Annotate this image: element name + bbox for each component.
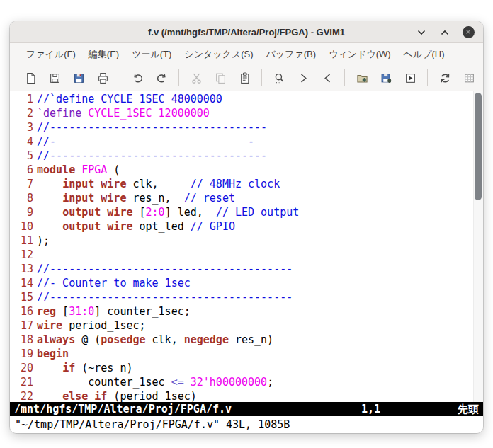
- line-number: 2: [10, 106, 33, 120]
- code-text: [33, 248, 37, 262]
- line-number: 7: [10, 177, 33, 191]
- redo-icon: [156, 72, 168, 84]
- line-number: 1: [10, 92, 33, 106]
- line-number: 4: [10, 134, 33, 149]
- line-number: 14: [10, 276, 33, 290]
- line-number: 13: [10, 262, 33, 276]
- scrollbar-thumb[interactable]: [475, 93, 482, 200]
- find-prev-icon: [322, 72, 334, 84]
- code-text: );: [33, 234, 50, 248]
- print-icon: [97, 72, 109, 84]
- code-text: counter_1sec <= 32'h00000000;: [33, 375, 273, 389]
- code-text: if (~res_n): [33, 361, 132, 375]
- maximize-button[interactable]: [438, 25, 451, 38]
- line-number: 8: [10, 191, 33, 205]
- run-ctags-button[interactable]: [458, 69, 480, 88]
- line-number: 9: [10, 205, 33, 219]
- undo-button[interactable]: [127, 69, 148, 88]
- make-icon: [439, 72, 451, 84]
- code-line: 8 input wire res_n, // reset: [10, 191, 473, 205]
- save-icon: [49, 72, 61, 84]
- tag-jump-button[interactable]: [482, 69, 483, 88]
- load-session-button[interactable]: [351, 69, 373, 88]
- code-text: //----------------------------------: [33, 120, 267, 134]
- line-number: 3: [10, 120, 33, 134]
- save-session-icon: [380, 72, 392, 84]
- code-line: 13//------------------------------------…: [10, 262, 473, 276]
- code-line: 22 else if (period_1sec): [10, 389, 473, 402]
- line-number: 10: [10, 219, 33, 234]
- cut-button: [186, 69, 207, 88]
- line-number: 18: [10, 333, 33, 347]
- line-number: 21: [10, 375, 33, 389]
- close-button[interactable]: [462, 25, 475, 38]
- line-number: 6: [10, 163, 33, 177]
- code-line: 12: [10, 248, 473, 262]
- toolbar-separator: [427, 69, 428, 86]
- save-session-button[interactable]: [375, 69, 397, 88]
- copy-icon: [215, 72, 227, 84]
- code-text: reg [31:0] counter_1sec;: [33, 304, 191, 318]
- code-line: 19begin: [10, 347, 473, 361]
- redo-button[interactable]: [151, 69, 172, 88]
- code-line: 17wire period_1sec;: [10, 318, 473, 333]
- code-line: 4//- -: [10, 134, 473, 149]
- close-icon: [463, 26, 475, 38]
- new-file-button[interactable]: [20, 69, 41, 88]
- run-script-button[interactable]: [400, 69, 421, 88]
- find-button[interactable]: [268, 69, 290, 88]
- code-text: module FPGA (: [33, 163, 120, 177]
- code-line: 11);: [10, 234, 473, 248]
- code-line: 14//- Counter to make 1sec: [10, 276, 473, 290]
- vertical-scrollbar[interactable]: [473, 91, 483, 402]
- status-position-label: 先頭: [458, 403, 479, 416]
- menu-file[interactable]: ファイル(F): [20, 45, 82, 64]
- command-line[interactable]: "~/tmp/TMP/Altera/Proj/FPGA/f.v" 43L, 10…: [10, 416, 483, 433]
- status-filename: /mnt/hgfs/TMP/Altera/Proj/FPGA/f.v: [14, 403, 232, 415]
- status-bar: /mnt/hgfs/TMP/Altera/Proj/FPGA/f.v 1,1 先…: [10, 402, 483, 416]
- code-line: 3//----------------------------------: [10, 120, 473, 134]
- status-ruler: 1,1: [361, 403, 380, 415]
- make-button[interactable]: [434, 69, 455, 88]
- save-all-button[interactable]: [68, 69, 89, 88]
- save-button[interactable]: [44, 69, 65, 88]
- line-number: 22: [10, 389, 33, 402]
- menu-edit[interactable]: 編集(E): [82, 45, 125, 64]
- save-all-icon: [73, 72, 85, 84]
- title-bar[interactable]: f.v (/mnt/hgfs/TMP/Altera/Proj/FPGA) - G…: [10, 21, 483, 43]
- line-number: 19: [10, 347, 33, 361]
- minimize-button[interactable]: [415, 25, 428, 38]
- find-prev-button[interactable]: [317, 69, 338, 88]
- chevron-down-icon: [417, 25, 426, 38]
- code-text: else if (period_1sec): [33, 389, 197, 402]
- window-controls: [415, 21, 475, 42]
- code-text: //- Counter to make 1sec: [33, 276, 191, 290]
- line-number: 5: [10, 149, 33, 163]
- code-line: 15//------------------------------------…: [10, 290, 473, 304]
- code-area[interactable]: 1//`define CYCLE_1SEC 480000002`define C…: [10, 91, 473, 402]
- menu-buffers[interactable]: バッファ(B): [260, 45, 323, 64]
- toolbar-separator: [120, 69, 120, 86]
- find-icon: [273, 72, 285, 84]
- find-next-button[interactable]: [293, 69, 314, 88]
- code-text: `define CYCLE_1SEC 12000000: [33, 106, 210, 120]
- menu-window[interactable]: ウィンドウ(W): [322, 45, 397, 64]
- window-title: f.v (/mnt/hgfs/TMP/Altera/Proj/FPGA) - G…: [148, 27, 345, 38]
- menu-help[interactable]: ヘルプ(H): [397, 45, 451, 64]
- toolbar-separator: [344, 69, 345, 86]
- gvim-window: f.v (/mnt/hgfs/TMP/Altera/Proj/FPGA) - G…: [10, 21, 483, 433]
- code-text: //--------------------------------------: [33, 290, 293, 304]
- menu-syntax[interactable]: シンタックス(S): [178, 45, 259, 64]
- print-button[interactable]: [92, 69, 113, 88]
- code-text: //----------------------------------: [33, 149, 267, 163]
- menu-tools[interactable]: ツール(T): [125, 45, 178, 64]
- code-line: 2`define CYCLE_1SEC 12000000: [10, 106, 473, 120]
- copy-button: [210, 69, 231, 88]
- line-number: 17: [10, 318, 33, 333]
- code-text: input wire clk, // 48MHz clock: [33, 177, 280, 191]
- code-line: 21 counter_1sec <= 32'h00000000;: [10, 375, 473, 389]
- find-next-icon: [298, 72, 310, 84]
- run-ctags-icon: [463, 72, 475, 84]
- paste-button[interactable]: [234, 69, 255, 88]
- code-line: 1//`define CYCLE_1SEC 48000000: [10, 92, 473, 106]
